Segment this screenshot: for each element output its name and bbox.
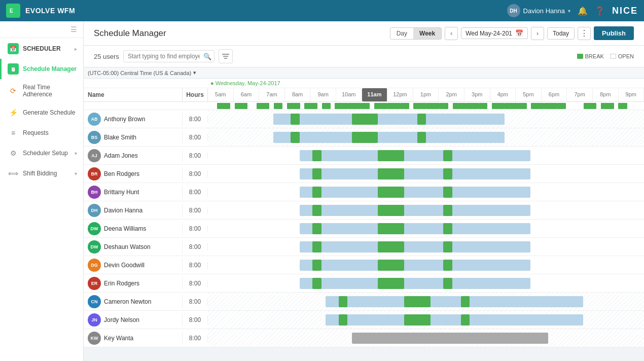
grid-header: Name Hours 5am6am7am8am9am10am11am12pm1p… xyxy=(84,88,644,102)
summary-block xyxy=(348,103,361,109)
employee-name: Davion Hanna xyxy=(104,207,142,214)
break-bar-0 xyxy=(312,241,321,252)
sidebar-toggle[interactable]: ☰ xyxy=(0,21,83,38)
break-bar-1 xyxy=(378,187,404,198)
sidebar-item-generate[interactable]: ⚡ Generate Schedule xyxy=(0,102,83,123)
publish-button[interactable]: Publish xyxy=(594,26,634,40)
schedule-bar-area[interactable] xyxy=(208,147,644,164)
avatar: CN xyxy=(88,295,101,308)
time-col-8am: 8am xyxy=(285,88,311,101)
break-bar-1 xyxy=(352,114,378,125)
schedule-bar-area[interactable] xyxy=(208,238,644,256)
schedule-bar-area[interactable] xyxy=(208,293,644,310)
table-row[interactable]: AJAdam Jones8:00 xyxy=(84,147,644,165)
summary-block xyxy=(479,103,487,109)
table-row[interactable]: DWDeshaun Watson8:00 xyxy=(84,238,644,256)
sidebar-item-real-time[interactable]: ⟳ Real Time Adherence xyxy=(0,79,83,102)
table-row[interactable]: ERErin Rodgers8:00 xyxy=(84,274,644,293)
help-icon[interactable]: ❓ xyxy=(595,6,605,16)
break-bar-2 xyxy=(417,114,426,125)
employee-info-8: DGDevin Goodwill xyxy=(84,259,183,272)
shift-main-bar xyxy=(300,241,531,252)
green-blocks-row xyxy=(84,102,644,110)
table-row[interactable]: DGDevin Goodwill8:00 xyxy=(84,256,644,274)
schedule-bar-area[interactable] xyxy=(208,220,644,237)
schedule-bar-area[interactable] xyxy=(208,274,644,292)
break-bar-2 xyxy=(443,223,452,234)
search-wrap: 🔍 xyxy=(123,50,214,62)
table-row[interactable]: DWDeena Williams8:00 xyxy=(84,220,644,238)
sidebar-label-requests: Requests xyxy=(23,129,49,136)
avatar: BR xyxy=(88,167,101,181)
shift-main-bar xyxy=(300,260,531,271)
open-label: OPEN xyxy=(618,53,634,59)
legend-break: BREAK xyxy=(577,53,604,59)
avatar: DG xyxy=(88,259,101,272)
table-row[interactable]: CNCameron Newton8:00 xyxy=(84,293,644,311)
sidebar-item-shift-bidding[interactable]: ⟺ Shift Bidding ▾ xyxy=(0,163,83,184)
timezone-dropdown[interactable]: ▾ xyxy=(193,69,196,76)
avatar: JN xyxy=(88,313,101,327)
hours-cell: 8:00 xyxy=(183,189,208,196)
avatar: AJ xyxy=(88,149,101,162)
table-row[interactable]: KWKey Wanta8:00 xyxy=(84,329,644,347)
schedule-bar-area[interactable] xyxy=(208,311,644,329)
avatar: BH xyxy=(88,186,101,199)
schedule-bar-area[interactable] xyxy=(208,128,644,146)
break-bar-0 xyxy=(312,150,321,161)
notification-icon[interactable]: 🔔 xyxy=(578,6,588,16)
day-button[interactable]: Day xyxy=(390,28,413,39)
sidebar-label-shift-bidding: Shift Bidding xyxy=(23,170,57,177)
hours-cell: 8:00 xyxy=(183,152,208,159)
break-bar-1 xyxy=(378,241,404,252)
prev-button[interactable]: ‹ xyxy=(445,27,458,40)
table-row[interactable]: BSBlake Smith8:00 xyxy=(84,128,644,147)
shift-main-bar xyxy=(300,187,531,198)
shift-main-bar xyxy=(273,114,505,125)
avatar: DH xyxy=(88,204,101,217)
table-row[interactable]: BRBen Rodgers8:00 xyxy=(84,165,644,183)
hours-cell: 8:00 xyxy=(183,335,208,342)
more-options-button[interactable]: ⋮ xyxy=(578,27,591,40)
shift-main-bar xyxy=(300,223,531,234)
schedule-bar-area[interactable] xyxy=(208,256,644,274)
user-chevron-icon[interactable]: ▾ xyxy=(568,8,570,14)
hours-cell: 8:00 xyxy=(183,298,208,305)
search-icon[interactable]: 🔍 xyxy=(203,53,211,60)
schedule-grid[interactable]: Name Hours 5am6am7am8am9am10am11am12pm1p… xyxy=(84,88,644,361)
employee-info-6: DWDeena Williams xyxy=(84,222,183,235)
table-row[interactable]: BHBrittany Hunt8:00 xyxy=(84,183,644,201)
svg-text:E: E xyxy=(10,8,13,14)
table-row[interactable]: DHDavion Hanna8:00 xyxy=(84,201,644,220)
calendar-icon[interactable]: 📅 xyxy=(515,29,523,37)
summary-block xyxy=(466,103,479,109)
table-row[interactable]: ABAnthony Brown8:00 xyxy=(84,110,644,128)
employee-info-4: BHBrittany Hunt xyxy=(84,186,183,199)
schedule-bar-area[interactable] xyxy=(208,110,644,128)
week-button[interactable]: Week xyxy=(413,28,441,39)
table-row[interactable]: JNJordy Nelson8:00 xyxy=(84,311,644,329)
time-col-3pm: 3pm xyxy=(464,88,490,101)
avatar: ER xyxy=(88,277,101,290)
date-text: Wed May-24-201 xyxy=(466,30,512,37)
schedule-bar-area[interactable] xyxy=(208,183,644,201)
schedule-bar-area[interactable] xyxy=(208,329,644,347)
nav-right: DH Davion Hanna ▾ 🔔 ❓ NICE xyxy=(507,4,638,17)
employee-name: Cameron Newton xyxy=(104,298,151,305)
break-bar-0 xyxy=(291,114,299,125)
col-hours-header: Hours xyxy=(183,88,208,101)
legend: BREAK OPEN xyxy=(577,53,634,59)
search-input[interactable] xyxy=(123,50,214,62)
summary-block xyxy=(601,103,614,109)
sidebar-item-requests[interactable]: ≡ Requests xyxy=(0,123,83,143)
shift-main-bar xyxy=(352,333,548,344)
next-button[interactable]: › xyxy=(531,27,544,40)
schedule-bar-area[interactable] xyxy=(208,201,644,219)
sidebar-item-schedule-manager[interactable]: 📋 Schedule Manager xyxy=(0,59,83,79)
sidebar-item-scheduler[interactable]: 📅 SCHEDULER ▸ xyxy=(0,38,83,59)
today-button[interactable]: Today xyxy=(547,27,575,40)
filter-button[interactable] xyxy=(219,49,233,63)
shift-main-bar xyxy=(326,314,583,326)
sidebar-item-scheduler-setup[interactable]: ⚙ Scheduler Setup ▾ xyxy=(0,143,83,163)
schedule-bar-area[interactable] xyxy=(208,165,644,183)
